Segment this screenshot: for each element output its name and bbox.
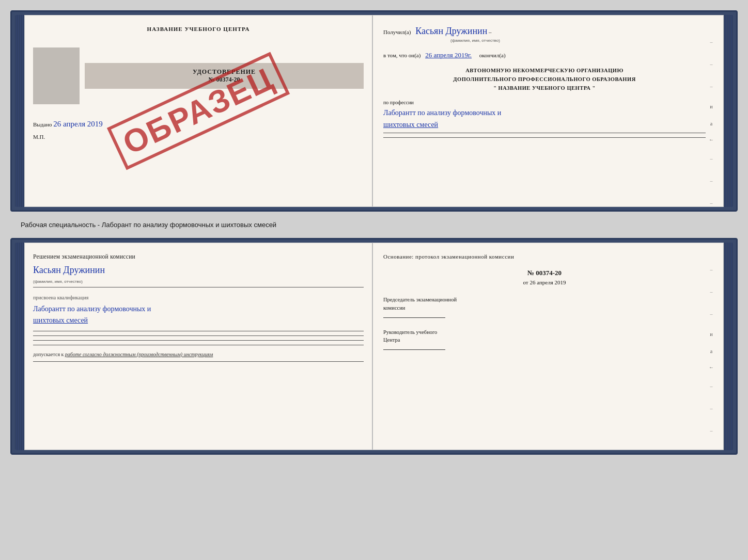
protocol-date: от 26 апреля 2019 [383, 279, 706, 285]
director-block: Руководитель учебного Центра [383, 328, 706, 350]
allowed-block: допускается к работе согласно должностны… [33, 351, 364, 357]
in-that-line: в том, что он(а) 26 апреля 2019г. окончи… [383, 51, 706, 59]
bottom-name: Касьян Дружинин [33, 265, 105, 275]
b-side-char-i: и [710, 325, 712, 343]
side-dash-6: – [710, 192, 713, 214]
org-block: АВТОНОМНУЮ НЕКОММЕРЧЕСКУЮ ОРГАНИЗАЦИЮ ДО… [383, 67, 706, 92]
name-hint-bottom: (фамилия, имя, отчество) [33, 279, 83, 284]
profession-block: по профессии Лаборантт по анализу формов… [383, 100, 706, 138]
received-name: Касьян Дружинин [415, 26, 487, 36]
side-dash-1: – [710, 31, 713, 53]
side-char-a: а [710, 116, 712, 132]
completed-label: окончил(а) [479, 52, 506, 58]
side-dash-4: – [710, 148, 713, 170]
protocol-number: № 00374-20 [383, 269, 706, 277]
chairman-block: Председатель экзаменационной комиссии [383, 296, 706, 318]
cert-title-top: НАЗВАНИЕ УЧЕБНОГО ЦЕНТРА [33, 26, 364, 32]
b-side-arrow: ← [709, 359, 714, 375]
issued-date-top: 26 апреля 2019 [53, 120, 103, 128]
separator-text: Рабочая специальность - Лаборант по анал… [10, 218, 738, 232]
qual-label: присвоена квалификация [33, 295, 364, 300]
received-line: Получил(а) Касьян Дружинин – (фамилия, и… [383, 26, 706, 43]
side-dash-5: – [710, 170, 713, 192]
b-side-dash-4: – [710, 375, 713, 397]
side-arrow: ← [709, 132, 714, 148]
decision-block: Решением экзаменационной комиссии [33, 253, 364, 260]
name-hint-top: (фамилия, имя, отчество) [450, 38, 500, 43]
qual-name: Лаборантт по анализу формовочных и шихто… [33, 303, 364, 327]
side-dash-3: – [710, 75, 713, 98]
basis-block: Основание: протокол экзаменационной коми… [383, 253, 706, 260]
completion-date: 26 апреля 2019г. [425, 51, 472, 59]
b-side-dash-5: – [710, 397, 713, 420]
profession-name-top: Лаборантт по анализу формовочных и шихто… [383, 107, 706, 131]
b-side-dash-3: – [710, 303, 713, 325]
side-char-i: и [710, 98, 712, 116]
b-side-dash-2: – [710, 281, 713, 303]
b-side-char-a: а [710, 343, 712, 359]
side-dash-2: – [710, 53, 713, 75]
b-side-dash-6: – [710, 420, 713, 442]
b-side-dash-1: – [710, 259, 713, 281]
